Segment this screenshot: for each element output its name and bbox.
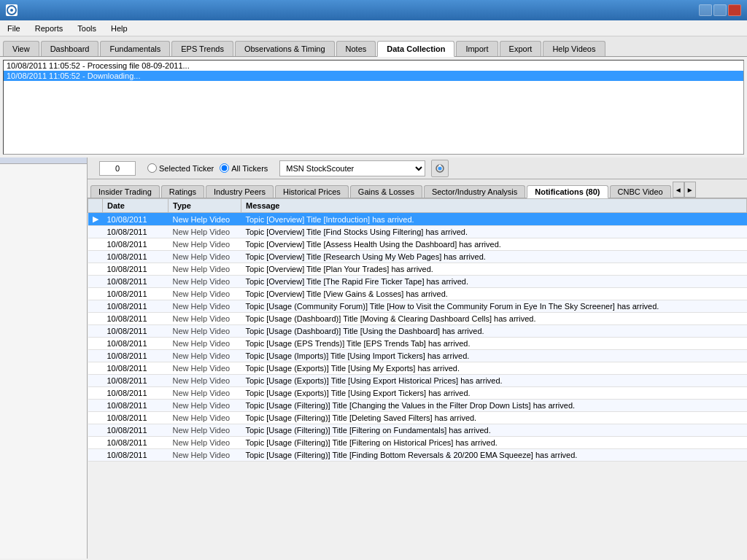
row-type: New Help Video — [169, 350, 241, 362]
table-row[interactable]: 10/08/2011 New Help Video Topic [Usage (… — [88, 387, 747, 400]
table-row[interactable]: 10/08/2011 New Help Video Topic [Usage (… — [88, 400, 747, 412]
table-row[interactable]: 10/08/2011 New Help Video Topic [Usage (… — [88, 325, 747, 338]
minimize-button[interactable] — [699, 4, 712, 16]
row-message: Topic [Usage (Filtering)] Title [Filteri… — [241, 437, 747, 449]
log-line-2: 10/08/2011 11:05:52 - Downloading... — [4, 71, 743, 81]
table-row[interactable]: 10/08/2011 New Help Video Topic [Usage (… — [88, 437, 747, 449]
row-type: New Help Video — [169, 437, 241, 449]
svg-point-4 — [439, 164, 441, 166]
tab-eps-trends[interactable]: EPS Trends — [171, 41, 233, 56]
tab-notes[interactable]: Notes — [336, 41, 376, 56]
table-row[interactable]: 10/08/2011 New Help Video Topic [Overvie… — [88, 288, 747, 300]
tab-export[interactable]: Export — [500, 41, 542, 56]
row-message: Topic [Overview] Title [Introduction] ha… — [241, 213, 747, 226]
row-arrow — [88, 226, 103, 238]
table-row[interactable]: 10/08/2011 New Help Video Topic [Overvie… — [88, 251, 747, 263]
row-arrow — [88, 300, 103, 313]
row-message: Topic [Usage (Filtering)] Title [Deletin… — [241, 412, 747, 424]
row-message: Topic [Overview] Title [Research Using M… — [241, 251, 747, 263]
sub-tab-industry-peers[interactable]: Industry Peers — [206, 185, 274, 198]
sub-tab-ratings[interactable]: Ratings — [161, 185, 204, 198]
menu-file[interactable]: File — [3, 23, 25, 34]
svg-point-1 — [10, 9, 13, 12]
sub-tab-gains-losses[interactable]: Gains & Losses — [350, 185, 422, 198]
table-row[interactable]: ▶ 10/08/2011 New Help Video Topic [Overv… — [88, 213, 747, 226]
tab-observations[interactable]: Observations & Timing — [235, 41, 335, 56]
menu-tools[interactable]: Tools — [73, 23, 101, 34]
table-area: Date Type Message ▶ 10/08/2011 New Help … — [88, 198, 747, 559]
row-date: 10/08/2011 — [103, 338, 169, 350]
row-type: New Help Video — [169, 251, 241, 263]
maximize-button[interactable] — [713, 4, 727, 16]
row-type: New Help Video — [169, 238, 241, 251]
log-area: 10/08/2011 11:05:52 - Processing file 08… — [3, 60, 744, 155]
table-row[interactable]: 10/08/2011 New Help Video Topic [Overvie… — [88, 238, 747, 251]
row-message: Topic [Usage (EPS Trends)] Title [EPS Tr… — [241, 338, 747, 350]
web-pages-dropdown[interactable]: MSN StockScouter — [279, 160, 425, 176]
main-content: Selected Ticker All Tickers MSN StockSco… — [0, 158, 747, 559]
row-message: Topic [Usage (Exports)] Title [Using Exp… — [241, 387, 747, 400]
sub-tab-sector-analysis[interactable]: Sector/Industry Analysis — [424, 185, 525, 198]
tab-view[interactable]: View — [3, 41, 39, 56]
row-arrow — [88, 375, 103, 387]
sub-tab-historical-prices[interactable]: Historical Prices — [275, 185, 349, 198]
row-message: Topic [Usage (Exports)] Title [Using My … — [241, 362, 747, 375]
radio-selected-ticker[interactable]: Selected Ticker — [147, 163, 214, 173]
table-row[interactable]: 10/08/2011 New Help Video Topic [Usage (… — [88, 350, 747, 362]
tab-dashboard[interactable]: Dashboard — [41, 41, 99, 56]
row-message: Topic [Overview] Title [Assess Health Us… — [241, 238, 747, 251]
sub-tab-notifications[interactable]: Notifications (80) — [527, 185, 608, 198]
tab-help-videos[interactable]: Help Videos — [543, 41, 605, 56]
sub-tab-insider-trading[interactable]: Insider Trading — [90, 185, 160, 198]
row-type: New Help Video — [169, 313, 241, 325]
radio-all-tickers[interactable]: All Tickers — [220, 163, 268, 173]
row-message: Topic [Usage (Filtering)] Title [Finding… — [241, 449, 747, 462]
table-row[interactable]: 10/08/2011 New Help Video Topic [Usage (… — [88, 424, 747, 437]
row-date: 10/08/2011 — [103, 313, 169, 325]
nav-left-arrow[interactable]: ◄ — [673, 182, 684, 198]
row-date: 10/08/2011 — [103, 350, 169, 362]
row-message: Topic [Usage (Community Forum)] Title [H… — [241, 300, 747, 313]
table-row[interactable]: 10/08/2011 New Help Video Topic [Usage (… — [88, 375, 747, 387]
row-type: New Help Video — [169, 226, 241, 238]
tab-import[interactable]: Import — [456, 41, 498, 56]
row-arrow — [88, 362, 103, 375]
menu-reports[interactable]: Reports — [31, 23, 68, 34]
table-row[interactable]: 10/08/2011 New Help Video Topic [Usage (… — [88, 313, 747, 325]
menu-help[interactable]: Help — [107, 23, 132, 34]
row-date: 10/08/2011 — [103, 226, 169, 238]
table-row[interactable]: 10/08/2011 New Help Video Topic [Usage (… — [88, 338, 747, 350]
row-message: Topic [Overview] Title [Find Stocks Usin… — [241, 226, 747, 238]
row-message: Topic [Overview] Title [The Rapid Fire T… — [241, 276, 747, 288]
tab-fundamentals[interactable]: Fundamentals — [100, 41, 170, 56]
row-date: 10/08/2011 — [103, 325, 169, 338]
col-date: Date — [103, 199, 169, 213]
record-count-input[interactable] — [99, 161, 136, 176]
table-row[interactable]: 10/08/2011 New Help Video Topic [Usage (… — [88, 362, 747, 375]
row-type: New Help Video — [169, 325, 241, 338]
row-message: Topic [Usage (Dashboard)] Title [Using t… — [241, 325, 747, 338]
right-panel: Selected Ticker All Tickers MSN StockSco… — [88, 158, 747, 559]
nav-right-arrow[interactable]: ► — [684, 182, 696, 198]
sub-tab-bar: Insider Trading Ratings Industry Peers H… — [88, 179, 747, 198]
tab-data-collection[interactable]: Data Collection — [377, 41, 454, 57]
table-row[interactable]: 10/08/2011 New Help Video Topic [Usage (… — [88, 300, 747, 313]
row-arrow — [88, 350, 103, 362]
row-message: Topic [Usage (Exports)] Title [Using Exp… — [241, 375, 747, 387]
row-date: 10/08/2011 — [103, 276, 169, 288]
row-date: 10/08/2011 — [103, 400, 169, 412]
row-arrow — [88, 325, 103, 338]
table-row[interactable]: 10/08/2011 New Help Video Topic [Usage (… — [88, 449, 747, 462]
refresh-button[interactable] — [431, 160, 449, 177]
table-row[interactable]: 10/08/2011 New Help Video Topic [Overvie… — [88, 263, 747, 276]
row-arrow — [88, 424, 103, 437]
sub-tab-cnbc-video[interactable]: CNBC Video — [610, 185, 671, 198]
title-bar-left — [6, 4, 22, 16]
table-row[interactable]: 10/08/2011 New Help Video Topic [Overvie… — [88, 226, 747, 238]
table-scroll[interactable]: Date Type Message ▶ 10/08/2011 New Help … — [88, 198, 747, 559]
table-row[interactable]: 10/08/2011 New Help Video Topic [Overvie… — [88, 276, 747, 288]
table-row[interactable]: 10/08/2011 New Help Video Topic [Usage (… — [88, 412, 747, 424]
row-type: New Help Video — [169, 375, 241, 387]
close-button[interactable] — [728, 4, 741, 16]
row-arrow — [88, 251, 103, 263]
